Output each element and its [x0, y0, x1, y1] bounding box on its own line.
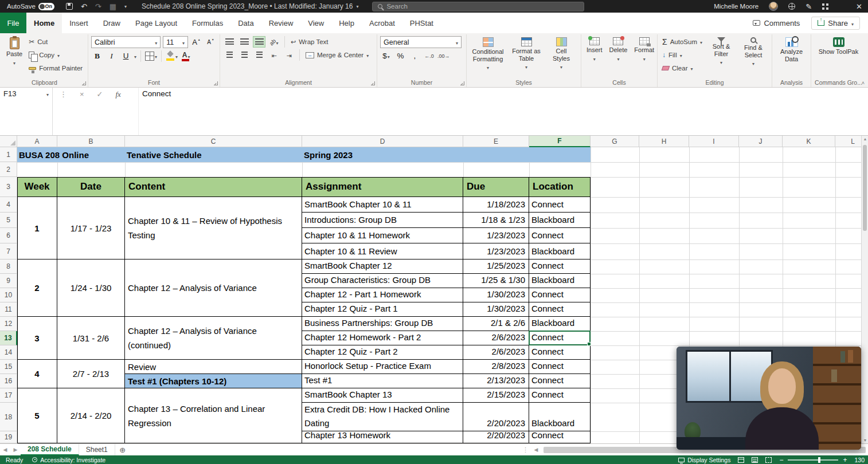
row-header-12[interactable]: 12: [0, 317, 17, 331]
accounting-format-button[interactable]: $: [380, 50, 392, 62]
fill-color-button[interactable]: [166, 50, 178, 62]
alignment-dialog-launcher-icon[interactable]: [371, 81, 375, 85]
tab-view[interactable]: View: [300, 13, 331, 33]
cell-C3[interactable]: Content: [125, 177, 302, 197]
search-input[interactable]: Search: [372, 2, 584, 11]
align-center-button[interactable]: [238, 49, 251, 61]
font-color-button[interactable]: A: [180, 50, 192, 62]
cell-D7[interactable]: Chapter 10 & 11 Review: [302, 243, 463, 259]
cell-F12[interactable]: Blackboard: [529, 317, 591, 331]
cell-D17[interactable]: SmartBook Chapter 13: [302, 388, 463, 403]
print-preview-icon[interactable]: ▦: [110, 3, 116, 10]
top-align-button[interactable]: [223, 36, 236, 48]
hscroll-left-icon[interactable]: ◀: [531, 447, 541, 453]
cell-C12[interactable]: Chapter 12 – Analysis of Variance (conti…: [125, 317, 302, 360]
decrease-indent-button[interactable]: [268, 49, 280, 61]
close-icon[interactable]: ✕: [839, 2, 862, 11]
sort-filter-button[interactable]: Sort & Filter: [706, 36, 736, 67]
cell-D4[interactable]: SmartBook Chapter 10 & 11: [302, 197, 463, 213]
row-header-16[interactable]: 16: [0, 374, 17, 388]
vertical-scrollbar[interactable]: ▲ ▼: [861, 136, 868, 443]
bold-button[interactable]: B: [91, 50, 103, 62]
format-as-table-button[interactable]: Format as Table: [509, 36, 544, 72]
autosum-button[interactable]: ΣAutoSum: [660, 36, 704, 48]
middle-align-button[interactable]: [238, 36, 251, 48]
column-header-K[interactable]: K: [783, 136, 835, 147]
cell-D14[interactable]: Chapter 12 Quiz - Part 2: [302, 345, 463, 360]
percent-style-button[interactable]: %: [394, 50, 406, 62]
tab-data[interactable]: Data: [230, 13, 261, 33]
clipboard-dialog-launcher-icon[interactable]: [82, 81, 86, 85]
cell-C4[interactable]: Chapter 10 & 11 – Review of Hypothesis T…: [125, 197, 302, 259]
cell-D18[interactable]: Extra Credit DB: How I Hacked Online Dat…: [302, 403, 463, 431]
cell-C17[interactable]: Chapter 13 – Correlation and Linear Regr…: [125, 388, 302, 443]
autosave-toggle[interactable]: AutoSave On: [0, 3, 60, 10]
cell-E18[interactable]: 2/20/2023: [463, 403, 529, 431]
cell-E4[interactable]: 1/18/2023: [463, 197, 529, 213]
column-header-H[interactable]: H: [639, 136, 689, 147]
row-header-2[interactable]: 2: [0, 162, 17, 177]
cell-B15[interactable]: 2/7 - 2/13: [57, 360, 125, 388]
font-size-combo[interactable]: 11: [163, 36, 188, 48]
cell-F13[interactable]: Connect: [529, 331, 591, 345]
row-header-18[interactable]: 18: [0, 403, 17, 431]
comma-style-button[interactable]: ,: [409, 50, 421, 62]
cell-D13[interactable]: Chapter 12 Homework - Part 2: [302, 331, 463, 345]
cell-C15[interactable]: Review: [125, 360, 302, 374]
merge-center-button[interactable]: ↔Merge & Center: [304, 49, 370, 61]
cell-D10[interactable]: Chapter 12 - Part 1 Homework: [302, 288, 463, 302]
scroll-down-icon[interactable]: ▼: [863, 438, 867, 442]
sheet-nav-left-icon[interactable]: ◀: [0, 444, 10, 455]
accessibility-status[interactable]: Accessibility: Investigate: [32, 457, 105, 463]
cell-E12[interactable]: 2/1 & 2/6: [463, 317, 529, 331]
tab-splitter-handle[interactable]: ⋮: [520, 444, 531, 455]
row-header-4[interactable]: 4: [0, 197, 17, 213]
cell-E13[interactable]: 2/6/2023: [463, 331, 529, 345]
network-icon[interactable]: [788, 3, 795, 10]
cell-D8[interactable]: SmartBook Chapter 12: [302, 259, 463, 274]
column-header-I[interactable]: I: [689, 136, 739, 147]
font-dialog-launcher-icon[interactable]: [214, 81, 218, 85]
redo-icon[interactable]: ↷: [95, 3, 101, 10]
row-header-1[interactable]: 1: [0, 147, 17, 162]
increase-decimal-button[interactable]: ←.0: [423, 50, 435, 62]
cell-A12[interactable]: 3: [17, 317, 57, 360]
cell-D15[interactable]: Honorlock Setup - Practice Exam: [302, 360, 463, 374]
cell-E3[interactable]: Due: [463, 177, 529, 197]
cell-B8[interactable]: 1/24 - 1/30: [57, 259, 125, 317]
cell-F7[interactable]: Blackboard: [529, 243, 591, 259]
cell-styles-button[interactable]: Cell Styles: [546, 36, 576, 72]
name-box[interactable]: F13: [0, 88, 53, 135]
sheet-tab-208-schedule[interactable]: 208 Schedule: [21, 444, 79, 455]
cell-F5[interactable]: Blackboard: [529, 213, 591, 228]
display-settings-button[interactable]: Display Settings: [678, 457, 730, 463]
inking-icon[interactable]: ✎: [806, 3, 812, 10]
cancel-entry-icon[interactable]: ×: [80, 90, 84, 99]
cell-B12[interactable]: 1/31 - 2/6: [57, 317, 125, 360]
confirm-entry-icon[interactable]: ✓: [97, 90, 103, 99]
tab-formulas[interactable]: Formulas: [185, 13, 230, 33]
cell-E11[interactable]: 1/30/2023: [463, 302, 529, 317]
format-cells-button[interactable]: Format: [632, 36, 656, 63]
cell-C1[interactable]: Tenative Schedule: [125, 147, 302, 162]
page-break-view-icon[interactable]: [765, 457, 772, 463]
italic-button[interactable]: I: [105, 50, 118, 62]
tab-acrobat[interactable]: Acrobat: [362, 13, 402, 33]
apps-icon[interactable]: [822, 3, 828, 10]
zoom-percent[interactable]: 130: [854, 457, 865, 463]
share-button[interactable]: Share: [811, 17, 860, 30]
formula-input[interactable]: Connect: [139, 88, 868, 135]
page-layout-view-icon[interactable]: [752, 457, 758, 463]
bottom-align-button[interactable]: [253, 36, 265, 48]
wrap-text-button[interactable]: Wrap Text: [289, 36, 330, 48]
zoom-in-icon[interactable]: +: [843, 456, 847, 464]
decrease-font-button[interactable]: A: [205, 36, 217, 48]
row-header-19[interactable]: 19: [0, 431, 17, 443]
cell-D6[interactable]: Chapter 10 & 11 Homework: [302, 228, 463, 243]
row-header-11[interactable]: 11: [0, 302, 17, 317]
column-header-F[interactable]: F: [529, 136, 591, 147]
tab-review[interactable]: Review: [261, 13, 301, 33]
cell-B17[interactable]: 2/14 - 2/20: [57, 388, 125, 443]
cell-D5[interactable]: Introductions: Group DB: [302, 213, 463, 228]
clear-button[interactable]: Clear: [660, 62, 704, 74]
